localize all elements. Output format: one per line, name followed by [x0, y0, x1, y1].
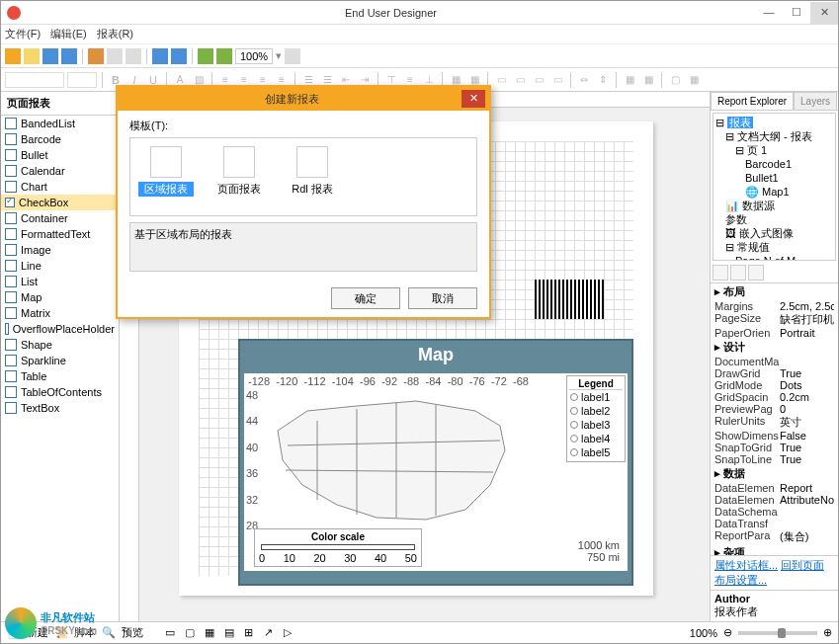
- toolbox-item-matrix[interactable]: Matrix: [1, 305, 119, 321]
- prop-az-icon[interactable]: [730, 265, 746, 281]
- toolbox-item-shape[interactable]: Shape: [1, 337, 119, 353]
- toolbox-item-table[interactable]: Table: [1, 368, 119, 384]
- sb-tool2-icon[interactable]: ▢: [185, 626, 199, 640]
- prop-row[interactable]: DataSchema: [711, 506, 838, 518]
- template-list[interactable]: 区域报表页面报表Rdl 报表: [129, 137, 477, 216]
- preview-icon[interactable]: 🔍: [102, 626, 116, 640]
- paste-icon[interactable]: [126, 48, 141, 64]
- zoom-combo[interactable]: 100%: [235, 48, 273, 64]
- distr-h-icon[interactable]: ⇔: [576, 72, 592, 88]
- prop-row[interactable]: GridSpacin0.2cm: [711, 391, 838, 403]
- toolbox-item-barcode[interactable]: Barcode: [1, 131, 119, 147]
- property-grid[interactable]: ▸ 布局Margins2.5cm, 2.5cmPageSize缺省打印机Pape…: [711, 283, 838, 555]
- menu-report[interactable]: 报表(R): [97, 27, 133, 41]
- menu-file[interactable]: 文件(F): [5, 27, 41, 41]
- redo-icon[interactable]: [171, 48, 187, 64]
- minimize-button[interactable]: —: [755, 2, 783, 24]
- prop-row[interactable]: DrawGridTrue: [711, 367, 838, 379]
- prop-group-data[interactable]: ▸ 数据: [711, 465, 838, 482]
- ungroup-icon[interactable]: ▦: [640, 72, 656, 88]
- link-prop-dialog[interactable]: 属性对话框...: [714, 559, 778, 571]
- layout2-icon[interactable]: ▭: [512, 72, 528, 88]
- toolbox-item-sparkline[interactable]: Sparkline: [1, 353, 119, 368]
- toolbox-item-image[interactable]: Image: [1, 242, 119, 258]
- distr-v-icon[interactable]: ⇕: [595, 72, 611, 88]
- toolbox-item-chart[interactable]: Chart: [1, 179, 119, 195]
- prop-row[interactable]: ReportPara(集合): [711, 529, 838, 544]
- save-as-icon[interactable]: [61, 48, 77, 64]
- template-页面报表[interactable]: 页面报表: [211, 146, 267, 207]
- dialog-close-button[interactable]: ✕: [461, 90, 485, 108]
- prop-cat-icon[interactable]: [713, 265, 728, 281]
- toolbox-item-overflowplaceholder[interactable]: OverflowPlaceHolder: [1, 321, 119, 337]
- prop-row[interactable]: DataTransf: [711, 518, 838, 529]
- toolbox-item-tableofcontents[interactable]: TableOfContents: [1, 384, 119, 400]
- close-button[interactable]: ✕: [810, 2, 838, 24]
- prop-row[interactable]: ShowDimensFalse: [711, 430, 838, 442]
- sb-tool6-icon[interactable]: ↗: [264, 626, 278, 640]
- ok-button[interactable]: 确定: [331, 287, 400, 309]
- toolbox-item-textbox[interactable]: TextBox: [1, 400, 119, 416]
- zoom-minus-icon[interactable]: ⊖: [723, 626, 732, 639]
- open-icon[interactable]: [24, 48, 40, 64]
- prop-row[interactable]: DocumentMa: [711, 356, 838, 367]
- layout3-icon[interactable]: ▭: [531, 72, 546, 88]
- template-区域报表[interactable]: 区域报表: [138, 146, 194, 207]
- pan-icon[interactable]: [285, 48, 300, 64]
- template-Rdl 报表[interactable]: Rdl 报表: [285, 146, 340, 207]
- prop-group-layout[interactable]: ▸ 布局: [711, 283, 838, 300]
- zoom-out-icon[interactable]: [198, 48, 213, 64]
- tab-layers[interactable]: Layers: [794, 92, 837, 110]
- sb-tool4-icon[interactable]: ▤: [224, 626, 238, 640]
- toolbox-item-checkbox[interactable]: CheckBox: [1, 195, 119, 210]
- sb-tool7-icon[interactable]: ▷: [284, 626, 297, 640]
- barcode-control[interactable]: [535, 280, 604, 319]
- cut-icon[interactable]: [88, 48, 104, 64]
- toolbox-item-bandedlist[interactable]: BandedList: [1, 116, 119, 131]
- prop-row[interactable]: PageSize缺省打印机: [711, 312, 838, 327]
- zoom-slider[interactable]: [738, 631, 817, 635]
- toolbox-item-bullet[interactable]: Bullet: [1, 147, 119, 163]
- layout-icon[interactable]: ▭: [493, 72, 509, 88]
- copy-icon[interactable]: [107, 48, 123, 64]
- maximize-button[interactable]: ☐: [783, 2, 810, 24]
- size-combo[interactable]: [67, 72, 97, 88]
- prop-row[interactable]: GridModeDots: [711, 379, 838, 391]
- prop-page-icon[interactable]: [748, 265, 764, 281]
- font-combo[interactable]: [5, 72, 64, 88]
- zoom-in-icon[interactable]: [216, 48, 232, 64]
- prop-row[interactable]: Margins2.5cm, 2.5cm: [711, 300, 838, 312]
- toolbox-item-line[interactable]: Line: [1, 258, 119, 274]
- zoom-plus-icon[interactable]: ⊕: [823, 626, 832, 639]
- prop-row[interactable]: SnapToGridTrue: [711, 442, 838, 453]
- report-explorer-tree[interactable]: ⊟ 报表 ⊟ 文档大纲 - 报表 ⊟ 页 1 Barcode1 Bullet1 …: [713, 113, 836, 261]
- prop-group-misc[interactable]: ▸ 杂项: [711, 544, 838, 555]
- toolbox-item-formattedtext[interactable]: FormattedText: [1, 226, 119, 242]
- grid-icon[interactable]: ▦: [686, 72, 702, 88]
- prop-group-design[interactable]: ▸ 设计: [711, 339, 838, 356]
- sb-tool5-icon[interactable]: ⊞: [244, 626, 258, 640]
- tab-report-explorer[interactable]: Report Explorer: [711, 92, 794, 110]
- prop-row[interactable]: RulerUnits英寸: [711, 415, 838, 430]
- sb-preview[interactable]: 预览: [122, 625, 143, 640]
- sb-tool1-icon[interactable]: ▭: [165, 626, 179, 640]
- toolbox-item-list[interactable]: List: [1, 274, 119, 289]
- toolbox-item-container[interactable]: Container: [1, 210, 119, 226]
- toolbox-item-calendar[interactable]: Calendar: [1, 163, 119, 179]
- prop-row[interactable]: SnapToLineTrue: [711, 453, 838, 465]
- cancel-button[interactable]: 取消: [408, 287, 477, 309]
- sb-tool3-icon[interactable]: ▦: [205, 626, 218, 640]
- toolbox-item-map[interactable]: Map: [1, 289, 119, 305]
- prop-row[interactable]: PaperOrienPortrait: [711, 327, 838, 339]
- prop-row[interactable]: PreviewPag0: [711, 403, 838, 415]
- new-icon[interactable]: [5, 48, 21, 64]
- layout4-icon[interactable]: ▭: [549, 72, 565, 88]
- prop-row[interactable]: DataElemenReport: [711, 482, 838, 494]
- save-icon[interactable]: [42, 48, 58, 64]
- map-control[interactable]: Map -128-120-112-104-96-92-88-84-80-76-7…: [238, 339, 633, 586]
- group-icon[interactable]: ▦: [622, 72, 637, 88]
- border-icon[interactable]: ▢: [667, 72, 683, 88]
- prop-row[interactable]: DataElemenAttributeNorm: [711, 494, 838, 506]
- undo-icon[interactable]: [152, 48, 168, 64]
- menu-edit[interactable]: 编辑(E): [50, 27, 87, 41]
